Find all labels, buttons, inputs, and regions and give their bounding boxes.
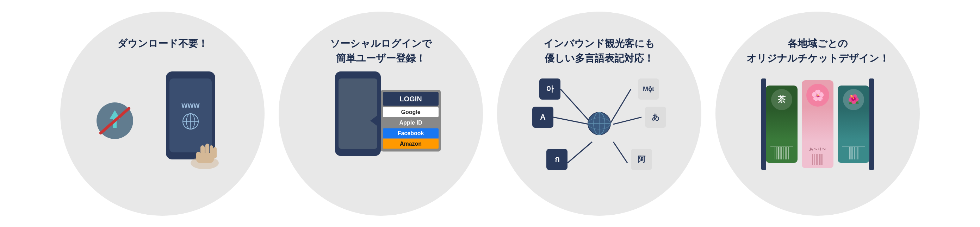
side-rail-left [761, 78, 766, 170]
circle-login: ソーシャルログインで 簡単ユーザー登録！ LOGIN Google Apple … [278, 12, 483, 216]
www-label: www [181, 101, 199, 110]
circle-multilingual-title: インバウンド観光客にも 優しい多言語表記対応！ [544, 36, 655, 66]
ticket-1: 茶 [766, 86, 797, 163]
globe-icon [182, 113, 199, 130]
login-option-google: Google [383, 107, 439, 117]
login-option-amazon: Amazon [383, 139, 439, 149]
ticket-illustration: 茶 [751, 75, 885, 173]
login-option-apple: Apple ID [383, 117, 439, 127]
circle-login-title: ソーシャルログインで 簡単ユーザー登録！ [330, 36, 432, 66]
lang-bubble-kanji: 阿 [631, 149, 652, 170]
circle-multilingual: インバウンド観光客にも 優しい多言語表記対応！ 아 A ก [497, 12, 702, 216]
multilingual-illustration: 아 A ก Một [532, 71, 666, 177]
side-rail-right [869, 78, 874, 170]
svg-line-20 [613, 142, 627, 163]
ticket2-text: あ〜り〜 [809, 146, 826, 152]
login-option-facebook: Facebook [383, 128, 439, 138]
globe-center [587, 111, 611, 137]
circle-download: ダウンロード不要！ www [60, 12, 264, 216]
feature-section: ダウンロード不要！ www [46, 5, 934, 223]
circle-ticket-title: 各地域ごとの オリジナルチケットデザイン！ [746, 36, 889, 66]
login-button-label: LOGIN [383, 92, 439, 106]
svg-line-17 [568, 142, 592, 163]
no-download-icon [95, 102, 134, 140]
lang-bubble-vietnamese: Một [638, 78, 659, 100]
ticket-3: 🌺 [838, 86, 869, 163]
download-illustration: www [102, 68, 222, 173]
hand-icon [187, 138, 222, 170]
svg-rect-13 [196, 153, 214, 163]
login-popup: LOGIN Google Apple ID Facebook Amazon [381, 90, 441, 151]
circle-download-title: ダウンロード不要！ [117, 36, 208, 51]
svg-line-18 [610, 89, 631, 124]
ticket1-kanji: 茶 [778, 94, 786, 105]
ticket-2: 🌸 あ〜り〜 [802, 80, 834, 168]
svg-line-19 [613, 117, 641, 124]
phone-illustration: www [166, 71, 215, 159]
lang-bubble-hiragana: あ [645, 106, 666, 128]
circle-ticket: 各地域ごとの オリジナルチケットデザイン！ 茶 [716, 12, 920, 216]
login-illustration: LOGIN Google Apple ID Facebook Amazon [317, 68, 444, 173]
svg-line-16 [554, 117, 589, 124]
